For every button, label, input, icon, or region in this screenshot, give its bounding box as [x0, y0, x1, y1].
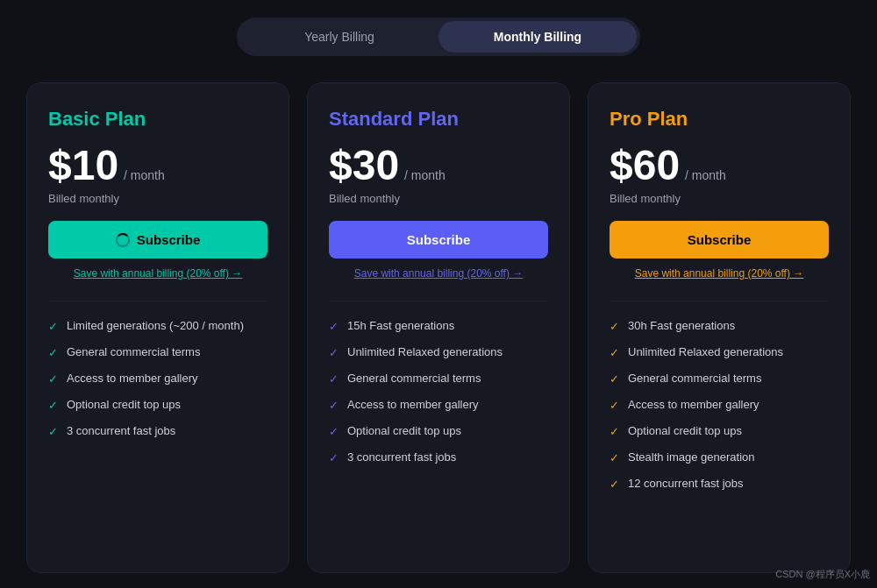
- subscribe-button-standard[interactable]: Subscribe: [329, 221, 548, 259]
- feature-text: 15h Fast generations: [347, 319, 454, 332]
- check-icon: ✓: [610, 451, 619, 464]
- annual-billing-link-pro[interactable]: Save with annual billing (20% off) →: [610, 267, 829, 280]
- check-icon: ✓: [610, 346, 619, 359]
- feature-item: ✓ Optional credit top ups: [610, 424, 829, 438]
- feature-item: ✓ Unlimited Relaxed generations: [329, 345, 548, 359]
- check-icon: ✓: [329, 425, 339, 438]
- feature-text: Limited generations (~200 / month): [67, 319, 244, 332]
- feature-text: Access to member gallery: [628, 398, 759, 411]
- price-period: / month: [404, 168, 446, 182]
- plan-card-basic: Basic Plan $10 / month Billed monthly Su…: [26, 82, 289, 573]
- check-icon: ✓: [610, 320, 619, 333]
- feature-text: Optional credit top ups: [347, 424, 461, 437]
- feature-item: ✓ General commercial terms: [329, 372, 548, 386]
- feature-item: ✓ 3 concurrent fast jobs: [48, 424, 267, 438]
- price-amount: $10: [48, 145, 118, 187]
- features-list-basic: ✓ Limited generations (~200 / month) ✓ G…: [48, 319, 267, 438]
- check-icon: ✓: [48, 425, 58, 438]
- feature-text: 30h Fast generations: [628, 319, 735, 332]
- features-list-standard: ✓ 15h Fast generations ✓ Unlimited Relax…: [329, 319, 548, 464]
- check-icon: ✓: [329, 451, 339, 464]
- feature-text: Optional credit top ups: [67, 398, 181, 411]
- check-icon: ✓: [329, 399, 339, 412]
- check-icon: ✓: [329, 320, 339, 333]
- annual-billing-link-standard[interactable]: Save with annual billing (20% off) →: [329, 267, 548, 280]
- check-icon: ✓: [48, 346, 58, 359]
- check-icon: ✓: [610, 372, 619, 386]
- feature-text: Access to member gallery: [67, 372, 198, 385]
- monthly-billing-btn[interactable]: Monthly Billing: [438, 21, 637, 53]
- check-icon: ✓: [48, 399, 58, 412]
- feature-item: ✓ Optional credit top ups: [48, 398, 267, 412]
- feature-item: ✓ Access to member gallery: [48, 372, 267, 386]
- subscribe-label: Subscribe: [688, 232, 752, 247]
- price-row: $60 / month: [610, 145, 829, 187]
- feature-item: ✓ Access to member gallery: [329, 398, 548, 412]
- feature-text: 3 concurrent fast jobs: [67, 424, 175, 437]
- divider: [610, 301, 829, 301]
- billed-text: Billed monthly: [48, 192, 267, 205]
- billed-text: Billed monthly: [610, 192, 829, 205]
- plan-name: Pro Plan: [610, 108, 829, 131]
- price-amount: $30: [329, 145, 399, 187]
- check-icon: ✓: [48, 320, 58, 333]
- check-icon: ✓: [48, 372, 58, 386]
- check-icon: ✓: [610, 478, 619, 491]
- price-period: / month: [685, 168, 726, 182]
- feature-text: General commercial terms: [628, 372, 761, 385]
- feature-item: ✓ Unlimited Relaxed generations: [610, 345, 829, 359]
- loading-spinner: [116, 233, 130, 247]
- subscribe-label: Subscribe: [137, 232, 201, 247]
- feature-item: ✓ 3 concurrent fast jobs: [329, 450, 548, 464]
- price-row: $10 / month: [48, 145, 267, 187]
- plan-name: Standard Plan: [329, 108, 548, 131]
- feature-item: ✓ General commercial terms: [48, 345, 267, 359]
- feature-item: ✓ 12 concurrent fast jobs: [610, 477, 829, 491]
- feature-text: General commercial terms: [347, 372, 481, 385]
- plans-container: Basic Plan $10 / month Billed monthly Su…: [0, 74, 877, 588]
- feature-text: Optional credit top ups: [628, 424, 742, 437]
- check-icon: ✓: [329, 346, 339, 359]
- price-amount: $60: [610, 145, 680, 187]
- features-list-pro: ✓ 30h Fast generations ✓ Unlimited Relax…: [610, 319, 829, 491]
- plan-card-standard: Standard Plan $30 / month Billed monthly…: [307, 82, 570, 573]
- feature-item: ✓ 30h Fast generations: [610, 319, 829, 333]
- feature-text: 12 concurrent fast jobs: [628, 477, 744, 490]
- feature-item: ✓ Optional credit top ups: [329, 424, 548, 438]
- price-row: $30 / month: [329, 145, 548, 187]
- feature-text: Stealth image generation: [628, 450, 755, 464]
- price-period: / month: [124, 168, 165, 182]
- plan-card-pro: Pro Plan $60 / month Billed monthly Subs…: [588, 82, 851, 573]
- billed-text: Billed monthly: [329, 192, 548, 205]
- watermark: CSDN @程序员X小鹿: [775, 568, 870, 581]
- check-icon: ✓: [610, 399, 619, 412]
- divider: [48, 301, 267, 301]
- billing-toggle-container: Yearly Billing Monthly Billing: [237, 18, 640, 56]
- feature-item: ✓ General commercial terms: [610, 372, 829, 386]
- feature-item: ✓ Stealth image generation: [610, 450, 829, 464]
- subscribe-button-basic[interactable]: Subscribe: [48, 221, 267, 259]
- divider: [329, 301, 548, 301]
- check-icon: ✓: [329, 372, 339, 386]
- feature-text: Access to member gallery: [347, 398, 479, 411]
- feature-item: ✓ Access to member gallery: [610, 398, 829, 412]
- subscribe-label: Subscribe: [407, 232, 471, 247]
- plan-name: Basic Plan: [48, 108, 267, 131]
- feature-text: General commercial terms: [67, 345, 200, 358]
- annual-billing-link-basic[interactable]: Save with annual billing (20% off) →: [48, 267, 267, 280]
- feature-item: ✓ 15h Fast generations: [329, 319, 548, 333]
- check-icon: ✓: [610, 425, 619, 438]
- feature-text: 3 concurrent fast jobs: [347, 450, 456, 464]
- feature-item: ✓ Limited generations (~200 / month): [48, 319, 267, 333]
- feature-text: Unlimited Relaxed generations: [628, 345, 783, 358]
- feature-text: Unlimited Relaxed generations: [347, 345, 503, 358]
- subscribe-button-pro[interactable]: Subscribe: [610, 221, 829, 259]
- yearly-billing-btn[interactable]: Yearly Billing: [240, 21, 438, 53]
